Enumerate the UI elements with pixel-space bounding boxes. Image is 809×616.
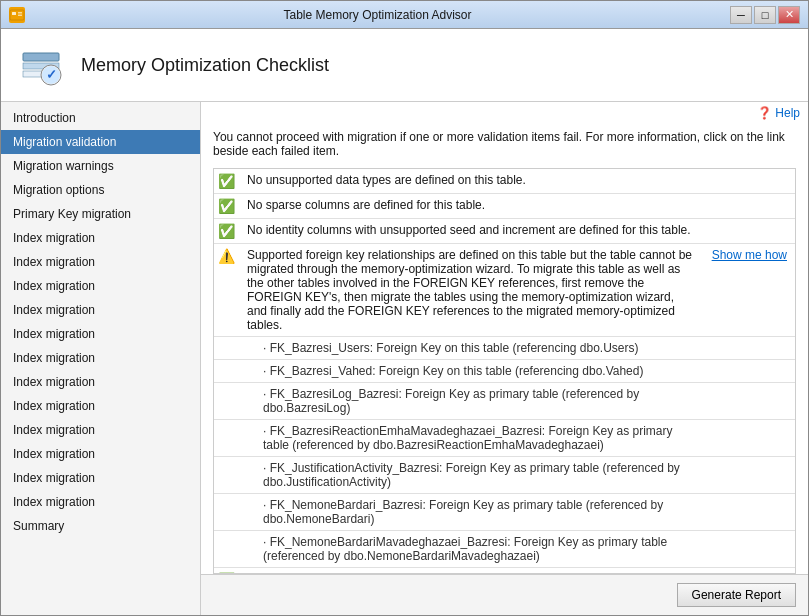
window-controls: ─ □ ✕ — [730, 6, 800, 24]
row-text: · FK_Bazresi_Users: Foreign Key on this … — [239, 337, 704, 360]
row-link[interactable]: Show me how — [704, 244, 795, 337]
row-link — [704, 457, 795, 494]
table-row: ✅No identity columns with unsupported se… — [214, 219, 795, 244]
row-text: Supported foreign key relationships are … — [239, 244, 704, 337]
row-text: · FK_NemoneBardari_Bazresi: Foreign Key … — [239, 494, 704, 531]
header-icon: ✓ — [17, 41, 65, 89]
row-icon-cell: ✅ — [214, 194, 239, 219]
check-icon: ✅ — [218, 173, 235, 189]
sidebar-item-5[interactable]: Index migration — [1, 226, 200, 250]
sidebar-item-6[interactable]: Index migration — [1, 250, 200, 274]
sidebar: IntroductionMigration validationMigratio… — [1, 102, 201, 615]
row-link — [704, 494, 795, 531]
help-icon: ❓ — [757, 106, 772, 120]
table-row: · FK_BazresiReactionEmhaMavadeghazaei_Ba… — [214, 420, 795, 457]
sidebar-item-9[interactable]: Index migration — [1, 322, 200, 346]
footer-bar: Generate Report — [201, 574, 808, 615]
right-panel: ❓ Help You cannot proceed with migration… — [201, 102, 808, 615]
svg-rect-4 — [23, 53, 59, 61]
main-layout: IntroductionMigration validationMigratio… — [1, 102, 808, 615]
description-text: You cannot proceed with migration if one… — [201, 124, 808, 168]
validation-table: ✅No unsupported data types are defined o… — [214, 169, 795, 574]
close-button[interactable]: ✕ — [778, 6, 800, 24]
window-title: Table Memory Optimization Advisor — [25, 8, 730, 22]
row-icon-cell — [214, 494, 239, 531]
row-icon-cell — [214, 337, 239, 360]
sidebar-item-0[interactable]: Introduction — [1, 106, 200, 130]
sidebar-item-2[interactable]: Migration warnings — [1, 154, 200, 178]
title-bar: Table Memory Optimization Advisor ─ □ ✕ — [1, 1, 808, 29]
sidebar-item-7[interactable]: Index migration — [1, 274, 200, 298]
table-row: · FK_NemoneBardari_Bazresi: Foreign Key … — [214, 494, 795, 531]
row-icon-cell — [214, 383, 239, 420]
row-link — [704, 383, 795, 420]
row-link — [704, 194, 795, 219]
row-icon-cell: ⚠️ — [214, 244, 239, 337]
content-area: ✓ Memory Optimization Checklist Introduc… — [1, 29, 808, 615]
help-label: Help — [775, 106, 800, 120]
row-icon-cell — [214, 360, 239, 383]
app-icon — [9, 7, 25, 23]
table-row: · FK_Bazresi_Vahed: Foreign Key on this … — [214, 360, 795, 383]
row-text: · FK_BazresiReactionEmhaMavadeghazaei_Ba… — [239, 420, 704, 457]
sidebar-item-12[interactable]: Index migration — [1, 394, 200, 418]
row-icon-cell — [214, 420, 239, 457]
table-row: ⚠️Supported foreign key relationships ar… — [214, 244, 795, 337]
maximize-button[interactable]: □ — [754, 6, 776, 24]
row-text: · FK_Bazresi_Vahed: Foreign Key on this … — [239, 360, 704, 383]
row-text: · FK_NemoneBardariMavadeghazaei_Bazresi:… — [239, 531, 704, 568]
help-bar: ❓ Help — [201, 102, 808, 124]
sidebar-item-8[interactable]: Index migration — [1, 298, 200, 322]
sidebar-item-1[interactable]: Migration validation — [1, 130, 200, 154]
row-text: No identity columns with unsupported see… — [239, 219, 704, 244]
svg-rect-3 — [18, 14, 22, 16]
row-text: No unsupported data types are defined on… — [239, 169, 704, 194]
row-icon-cell: ✅ — [214, 219, 239, 244]
sidebar-item-14[interactable]: Index migration — [1, 442, 200, 466]
generate-report-button[interactable]: Generate Report — [677, 583, 796, 607]
help-link[interactable]: ❓ Help — [757, 106, 800, 120]
row-text: · FK_JustificationActivity_Bazresi: Fore… — [239, 457, 704, 494]
show-me-how-link[interactable]: Show me how — [712, 248, 787, 262]
sidebar-item-3[interactable]: Migration options — [1, 178, 200, 202]
validation-table-container[interactable]: ✅No unsupported data types are defined o… — [213, 168, 796, 574]
table-row: ✅No unsupported data types are defined o… — [214, 169, 795, 194]
sidebar-item-11[interactable]: Index migration — [1, 370, 200, 394]
main-window: Table Memory Optimization Advisor ─ □ ✕ … — [0, 0, 809, 616]
header-section: ✓ Memory Optimization Checklist — [1, 29, 808, 102]
row-link — [704, 337, 795, 360]
row-text: No sparse columns are defined for this t… — [239, 194, 704, 219]
row-link — [704, 531, 795, 568]
sidebar-item-15[interactable]: Index migration — [1, 466, 200, 490]
sidebar-item-13[interactable]: Index migration — [1, 418, 200, 442]
row-link — [704, 360, 795, 383]
sidebar-item-16[interactable]: Index migration — [1, 490, 200, 514]
svg-rect-1 — [12, 12, 16, 15]
table-row: · FK_JustificationActivity_Bazresi: Fore… — [214, 457, 795, 494]
svg-rect-2 — [18, 12, 22, 14]
row-link — [704, 219, 795, 244]
header-title: Memory Optimization Checklist — [81, 55, 329, 76]
warn-icon: ⚠️ — [218, 248, 235, 264]
minimize-button[interactable]: ─ — [730, 6, 752, 24]
row-link — [704, 420, 795, 457]
check-icon: ✅ — [218, 198, 235, 214]
check-icon: ✅ — [218, 223, 235, 239]
table-row: · FK_Bazresi_Users: Foreign Key on this … — [214, 337, 795, 360]
row-text: · FK_BazresiLog_Bazresi: Foreign Key as … — [239, 383, 704, 420]
sidebar-item-10[interactable]: Index migration — [1, 346, 200, 370]
sidebar-item-4[interactable]: Primary Key migration — [1, 202, 200, 226]
table-row: ✅No sparse columns are defined for this … — [214, 194, 795, 219]
row-link — [704, 169, 795, 194]
table-row: · FK_BazresiLog_Bazresi: Foreign Key as … — [214, 383, 795, 420]
row-icon-cell — [214, 457, 239, 494]
row-icon-cell: ✅ — [214, 169, 239, 194]
sidebar-item-17[interactable]: Summary — [1, 514, 200, 538]
svg-text:✓: ✓ — [46, 67, 57, 82]
row-icon-cell — [214, 531, 239, 568]
table-row: · FK_NemoneBardariMavadeghazaei_Bazresi:… — [214, 531, 795, 568]
